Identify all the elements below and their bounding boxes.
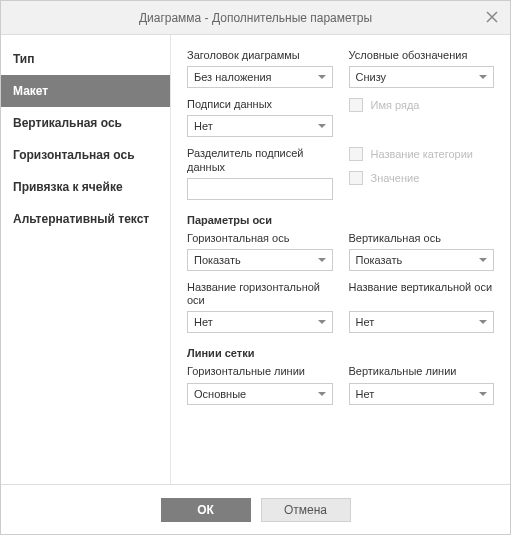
separator-input[interactable] <box>187 178 333 200</box>
sidebar-item-cell-snap[interactable]: Привязка к ячейке <box>1 171 170 203</box>
category-name-checkbox <box>349 147 363 161</box>
separator-label: Разделитель подписей данных <box>187 147 333 173</box>
dialog-body: Тип Макет Вертикальная ось Горизонтальна… <box>1 35 510 484</box>
h-axis-title-label: Название горизонтальной оси <box>187 281 333 307</box>
v-axis-title-label: Название вертикальной оси <box>349 281 495 307</box>
legend-select[interactable]: Снизу <box>349 66 495 88</box>
footer: ОК Отмена <box>1 484 510 534</box>
value-label: Значение <box>371 172 420 184</box>
gridlines-title: Линии сетки <box>187 347 494 359</box>
value-checkbox-row: Значение <box>349 171 495 185</box>
legend-label: Условные обозначения <box>349 49 495 62</box>
category-name-label: Название категории <box>371 148 473 160</box>
data-labels-select[interactable]: Нет <box>187 115 333 137</box>
v-axis-select[interactable]: Показать <box>349 249 495 271</box>
v-lines-select[interactable]: Нет <box>349 383 495 405</box>
h-lines-label: Горизонтальные линии <box>187 365 333 378</box>
chart-title-label: Заголовок диаграммы <box>187 49 333 62</box>
category-name-checkbox-row: Название категории <box>349 147 495 161</box>
h-axis-label: Горизонтальная ось <box>187 232 333 245</box>
h-axis-select[interactable]: Показать <box>187 249 333 271</box>
axis-params-title: Параметры оси <box>187 214 494 226</box>
close-icon <box>486 11 498 23</box>
content-pane: Заголовок диаграммы Без наложения Условн… <box>171 35 510 484</box>
dialog: Диаграмма - Дополнительные параметры Тип… <box>0 0 511 535</box>
h-axis-title-select[interactable]: Нет <box>187 311 333 333</box>
value-checkbox <box>349 171 363 185</box>
cancel-button[interactable]: Отмена <box>261 498 351 522</box>
v-axis-title-select[interactable]: Нет <box>349 311 495 333</box>
sidebar-item-horizontal-axis[interactable]: Горизонтальная ось <box>1 139 170 171</box>
series-name-checkbox <box>349 98 363 112</box>
series-name-checkbox-row: Имя ряда <box>349 98 495 112</box>
v-lines-label: Вертикальные линии <box>349 365 495 378</box>
v-axis-label: Вертикальная ось <box>349 232 495 245</box>
titlebar: Диаграмма - Дополнительные параметры <box>1 1 510 35</box>
sidebar-item-alt-text[interactable]: Альтернативный текст <box>1 203 170 235</box>
h-lines-select[interactable]: Основные <box>187 383 333 405</box>
sidebar-item-layout[interactable]: Макет <box>1 75 170 107</box>
ok-button[interactable]: ОК <box>161 498 251 522</box>
dialog-title: Диаграмма - Дополнительные параметры <box>139 11 372 25</box>
chart-title-select[interactable]: Без наложения <box>187 66 333 88</box>
series-name-label: Имя ряда <box>371 99 420 111</box>
close-button[interactable] <box>482 7 502 27</box>
data-labels-label: Подписи данных <box>187 98 333 111</box>
sidebar-item-vertical-axis[interactable]: Вертикальная ось <box>1 107 170 139</box>
sidebar: Тип Макет Вертикальная ось Горизонтальна… <box>1 35 171 484</box>
sidebar-item-type[interactable]: Тип <box>1 43 170 75</box>
